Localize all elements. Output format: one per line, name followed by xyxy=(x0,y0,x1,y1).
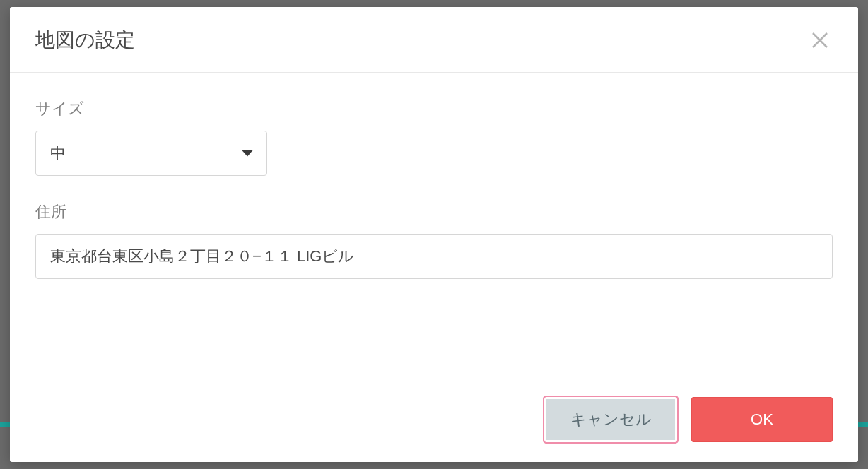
address-field-group: 住所 xyxy=(35,201,833,279)
size-select-wrapper: 中 xyxy=(35,131,267,176)
size-label: サイズ xyxy=(35,98,833,119)
close-button[interactable] xyxy=(807,28,833,53)
cancel-button[interactable]: キャンセル xyxy=(544,397,677,442)
dialog-footer: キャンセル OK xyxy=(10,383,858,462)
close-icon xyxy=(809,30,831,51)
dialog-header: 地図の設定 xyxy=(10,7,858,73)
dialog-title: 地図の設定 xyxy=(35,27,135,54)
size-select-value: 中 xyxy=(50,143,66,164)
ok-button[interactable]: OK xyxy=(691,397,833,442)
size-select[interactable]: 中 xyxy=(35,131,267,176)
dialog-body: サイズ 中 住所 xyxy=(10,73,858,383)
size-field-group: サイズ 中 xyxy=(35,98,833,176)
map-settings-dialog: 地図の設定 サイズ 中 住所 キャンセル OK xyxy=(10,7,858,462)
address-label: 住所 xyxy=(35,201,833,222)
address-input[interactable] xyxy=(35,234,833,279)
